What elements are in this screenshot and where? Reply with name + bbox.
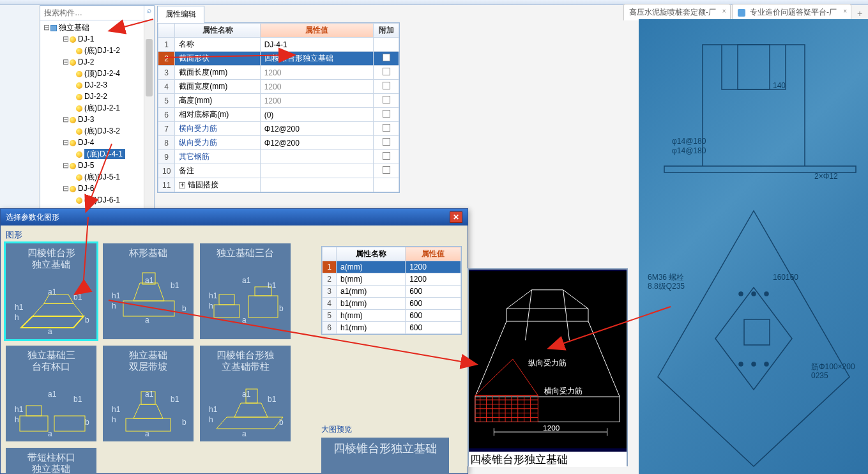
svg-rect-20 [248, 296, 278, 317]
param-row[interactable]: 1a(mm)1200 [323, 261, 461, 273]
svg-marker-79 [658, 211, 849, 466]
checkbox-icon[interactable] [383, 54, 390, 61]
shape-card[interactable]: 带短柱杯口独立基础 [6, 448, 96, 474]
page-icon [738, 9, 745, 17]
tree-node[interactable]: ⊟DJ-4 [40, 137, 154, 148]
tree-root[interactable]: ⊟独立基础 [40, 22, 154, 33]
svg-marker-0 [21, 316, 84, 328]
param-row[interactable]: 3a1(mm)600 [323, 286, 461, 298]
svg-text:a1: a1 [48, 287, 57, 296]
svg-text:a: a [242, 316, 247, 324]
shape-thumb-icon: h1haba1b1 [10, 271, 93, 335]
dimension-value: 1200 [543, 424, 560, 432]
shape-title: 独立基础双层带坡 [129, 349, 167, 372]
tree-node[interactable]: (底)DJ-6-1 [40, 194, 154, 206]
tree-node[interactable]: (顶)DJ-2-4 [40, 68, 154, 79]
svg-text:h1: h1 [112, 291, 121, 300]
svg-text:b: b [182, 304, 187, 313]
shape-title: 带短柱杯口独立基础 [27, 452, 75, 474]
property-row[interactable]: 7横向受力筋Φ12@200 [158, 122, 399, 136]
tree-node[interactable]: ⊟DJ-3 [40, 114, 154, 125]
checkbox-icon[interactable] [383, 124, 390, 132]
svg-text:筋Φ100×200: 筋Φ100×200 [811, 362, 855, 371]
checkbox-icon[interactable] [383, 152, 390, 160]
browser-tab-2[interactable]: 专业造价问题答疑平台-厂 × [732, 4, 851, 20]
property-table: 属性名称 属性值 附加 1名称DJ-4-12截面形状四棱锥台形独立基础3截面长度… [158, 23, 399, 192]
param-col-val: 属性值 [406, 247, 461, 261]
property-row[interactable]: 8纵向受力筋Φ12@200 [158, 136, 399, 150]
close-icon[interactable]: × [843, 8, 847, 15]
tree-node[interactable]: (底)DJ-2-1 [40, 102, 154, 114]
tree-search-go-icon[interactable]: ⌕ [144, 6, 154, 20]
param-row[interactable]: 5h(mm)600 [323, 310, 461, 322]
property-editor-tab[interactable]: 属性编辑 [157, 6, 204, 23]
param-row[interactable]: 2b(mm)1200 [323, 273, 461, 286]
property-row[interactable]: 4截面宽度(mm)1200 [158, 80, 399, 94]
shape-thumb-icon: h1haba1b1 [204, 260, 287, 324]
svg-text:a1: a1 [145, 390, 154, 399]
close-icon[interactable]: ✕ [450, 211, 462, 223]
col-add: 附加 [374, 24, 399, 38]
property-row[interactable]: 9其它钢筋 [158, 150, 399, 164]
big-preview-title: 四棱锥台形独立基础 [333, 441, 437, 455]
svg-text:b: b [279, 418, 284, 427]
shape-card[interactable]: 杯形基础h1haba1b1 [103, 243, 194, 339]
svg-point-83 [752, 292, 756, 296]
close-icon[interactable]: × [722, 8, 726, 15]
checkbox-icon[interactable] [383, 166, 390, 174]
shape-card[interactable]: 四棱锥台形独立基础h1haba1b1 [6, 243, 96, 339]
property-row[interactable]: 3截面长度(mm)1200 [158, 66, 399, 80]
param-row[interactable]: 4b1(mm)600 [323, 298, 461, 310]
tree-node[interactable]: (底)DJ-3-2 [40, 125, 154, 137]
tree-scrollbar[interactable] [144, 21, 154, 212]
tree-node[interactable]: DJ-2-2 [40, 91, 154, 102]
property-row[interactable]: 6相对底标高(m)(0) [158, 108, 399, 122]
tree-node[interactable]: (底)DJ-1-2 [40, 45, 154, 56]
new-tab-button[interactable]: + [853, 6, 867, 20]
shape-card[interactable]: 独立基础双层带坡h1haba1b1 [103, 346, 194, 441]
browser-tab-1[interactable]: 高压水泥旋喷桩套定额-厂 × [623, 4, 731, 20]
checkbox-icon[interactable] [383, 82, 390, 89]
browser-tab-1-label: 高压水泥旋喷桩套定额-厂 [629, 8, 716, 17]
property-row[interactable]: 11+锚固搭接 [158, 178, 399, 192]
shape-title: 四棱锥台形独立基础 [27, 247, 75, 270]
shape-card[interactable]: 四棱锥台形独立基础带柱h1haba1b1 [200, 346, 291, 441]
tree-node[interactable]: (底)DJ-4-1 [40, 148, 154, 160]
svg-rect-9 [123, 301, 174, 316]
svg-point-87 [765, 362, 768, 366]
svg-marker-47 [234, 403, 268, 417]
shape-thumb-icon: h1haba1b1 [107, 260, 190, 324]
svg-rect-29 [54, 416, 85, 431]
svg-text:b1: b1 [171, 395, 179, 404]
property-row[interactable]: 1名称DJ-4-1 [158, 38, 399, 52]
checkbox-icon[interactable] [383, 68, 390, 75]
svg-text:b: b [85, 418, 89, 427]
shape-card[interactable]: 独立基础三台h1haba1b1 [200, 243, 291, 339]
tree-search-input[interactable] [40, 6, 144, 20]
property-row[interactable]: 10备注 [158, 164, 399, 178]
shape-card[interactable]: 独立基础三台有杯口h1haba1b1 [6, 346, 96, 441]
dialog-titlebar[interactable]: 选择参数化图形 ✕ [1, 209, 468, 226]
tree-node[interactable]: ⊟DJ-1 [40, 33, 154, 45]
svg-point-84 [765, 292, 768, 296]
property-row[interactable]: 2截面形状四棱锥台形独立基础 [158, 52, 399, 66]
svg-marker-80 [715, 287, 792, 390]
svg-text:b: b [182, 418, 187, 427]
svg-text:b1: b1 [268, 395, 277, 404]
param-row[interactable]: 6h1(mm)600 [323, 322, 461, 334]
svg-text:b1: b1 [73, 395, 82, 404]
svg-rect-18 [214, 305, 240, 317]
checkbox-icon[interactable] [383, 110, 390, 118]
svg-text:h1: h1 [15, 405, 24, 414]
tree-node[interactable]: DJ-2-3 [40, 79, 154, 91]
svg-point-85 [739, 362, 743, 366]
property-row[interactable]: 5高度(mm)1200 [158, 94, 399, 108]
big-preview-card: 四棱锥台形独立基础 [321, 438, 449, 474]
tree-node[interactable]: (底)DJ-5-1 [40, 171, 154, 183]
tree-node[interactable]: ⊟DJ-5 [40, 160, 154, 171]
tree-node[interactable]: ⊟DJ-2 [40, 56, 154, 68]
checkbox-icon[interactable] [383, 138, 390, 146]
tree-node[interactable]: ⊟DJ-6 [40, 183, 154, 194]
shape-3d-preview: 纵向受力筋 横向受力筋 1200 四棱锥台形独立基础 [468, 268, 628, 466]
checkbox-icon[interactable] [383, 96, 390, 103]
